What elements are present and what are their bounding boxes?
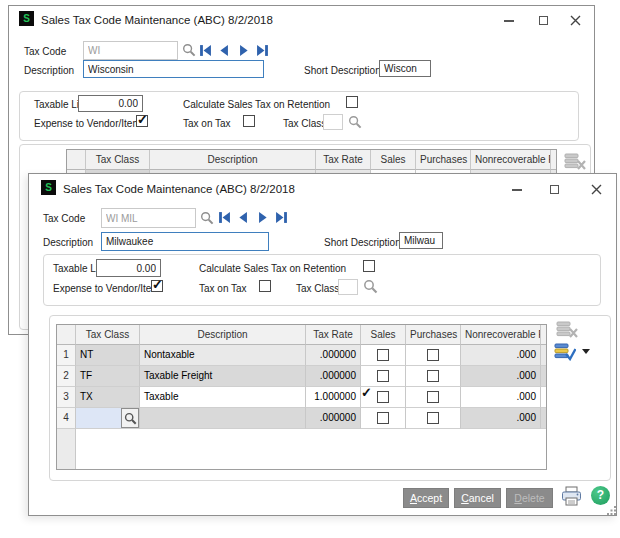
tax-class-lookup-button[interactable] [347, 114, 362, 129]
previous-record-button[interactable] [218, 44, 231, 57]
taxable-limit-input[interactable] [78, 95, 143, 112]
nonrecoverable-cell[interactable]: .000 [461, 366, 541, 387]
short-description-label: Short Description [324, 237, 401, 248]
header-tax-class: Tax Class [86, 150, 150, 170]
tax-class-lookup-button[interactable] [121, 408, 139, 428]
first-record-button[interactable] [218, 211, 231, 224]
header-description: Description [150, 150, 316, 170]
magnifier-icon [200, 211, 214, 225]
taxable-limit-input[interactable] [96, 259, 161, 277]
nonrecoverable-cell[interactable]: .000 [461, 408, 541, 429]
tax-on-tax-checkbox[interactable] [243, 115, 255, 127]
close-button[interactable] [565, 12, 585, 29]
last-record-button[interactable] [275, 211, 288, 224]
last-record-button[interactable] [256, 44, 269, 57]
header-tax-rate: Tax Rate [316, 150, 371, 170]
tax-class-input[interactable] [323, 114, 343, 130]
tax-on-tax-checkbox[interactable] [259, 280, 271, 292]
tax-code-input[interactable] [83, 41, 178, 60]
purchases-checkbox[interactable] [427, 349, 439, 361]
header-nonrecoverable-pct: Nonrecoverable Pct [471, 150, 551, 170]
next-record-button[interactable] [237, 44, 250, 57]
nonrecoverable-cell[interactable]: .000 [461, 345, 541, 366]
sales-checkbox[interactable] [377, 370, 389, 382]
tax-rate-cell[interactable]: .000000 [306, 345, 361, 366]
clear-grid-button[interactable] [556, 320, 578, 339]
quick-row-dropdown-arrow[interactable] [581, 347, 590, 355]
title-bar[interactable]: S Sales Tax Code Maintenance (ABC) 8/2/2… [9, 6, 594, 34]
description-label: Description [43, 237, 93, 248]
calculate-retention-label: Calculate Sales Tax on Retention [183, 99, 330, 110]
expense-to-vendor-checkbox[interactable] [136, 115, 148, 127]
quick-row-button[interactable] [554, 342, 576, 361]
resize-grip[interactable] [607, 502, 617, 520]
sales-checkbox[interactable] [377, 412, 389, 424]
minimize-button[interactable] [507, 181, 527, 198]
window-sales-tax-code-maintenance-wi-mil: S Sales Tax Code Maintenance (ABC) 8/2/2… [28, 173, 617, 516]
next-record-button[interactable] [256, 211, 269, 224]
header-sales: Sales [371, 150, 416, 170]
maximize-icon [550, 185, 559, 194]
short-description-label: Short Description [304, 65, 381, 76]
title-bar[interactable]: S Sales Tax Code Maintenance (ABC) 8/2/2… [29, 174, 616, 202]
minimize-button[interactable] [499, 12, 519, 29]
expense-to-vendor-checkbox[interactable] [151, 280, 163, 292]
tax-rate-cell[interactable]: .000000 [306, 366, 361, 387]
description-input[interactable] [83, 60, 264, 78]
magnifier-icon [348, 115, 362, 129]
calculate-retention-label: Calculate Sales Tax on Retention [199, 263, 346, 274]
calculate-retention-checkbox[interactable] [346, 96, 358, 108]
record-navigation [199, 44, 269, 57]
tax-code-lookup-button[interactable] [199, 210, 214, 225]
desktop: S Sales Tax Code Maintenance (ABC) 8/2/2… [0, 0, 620, 538]
sales-checkbox[interactable] [377, 349, 389, 361]
purchases-checkbox[interactable] [427, 391, 439, 403]
record-navigation [218, 211, 288, 224]
sales-cell [361, 345, 406, 366]
first-record-button[interactable] [199, 44, 212, 57]
print-button[interactable] [559, 485, 583, 509]
nonrecoverable-cell[interactable]: .000 [461, 387, 541, 408]
table-row: 3TXTaxable1.000000.000 [57, 387, 546, 408]
maximize-button[interactable] [544, 181, 564, 198]
header-purchases: Purchases [406, 325, 461, 345]
accept-button[interactable]: Accept [403, 488, 449, 508]
quick-row-icon [554, 343, 576, 361]
short-description-input[interactable] [379, 60, 431, 77]
maximize-button[interactable] [533, 12, 553, 29]
description-label: Description [24, 65, 74, 76]
previous-record-button[interactable] [237, 211, 250, 224]
tax-class-cell[interactable] [76, 408, 140, 429]
tax-class-cell[interactable]: TX [76, 387, 140, 408]
short-description-input[interactable] [399, 232, 443, 249]
calculate-retention-checkbox[interactable] [363, 260, 375, 272]
purchases-checkbox[interactable] [427, 412, 439, 424]
sales-cell [361, 366, 406, 387]
header-filler [541, 325, 547, 345]
filler-cell [541, 366, 547, 387]
tax-class-input[interactable] [338, 279, 358, 295]
window-title: Sales Tax Code Maintenance (ABC) 8/2/201… [63, 183, 295, 195]
printer-icon [560, 486, 583, 508]
table-row: 1NTNontaxable.000000.000 [57, 345, 546, 366]
header-tax-rate: Tax Rate [306, 325, 361, 345]
sage-logo-icon: S [41, 180, 56, 195]
tax-code-lookup-button[interactable] [181, 42, 196, 57]
delete-button[interactable]: Delete [506, 488, 553, 508]
close-icon [570, 15, 581, 26]
clear-grid-button[interactable] [564, 152, 586, 171]
tax-code-input[interactable] [101, 208, 196, 228]
tax-class-cell[interactable]: NT [76, 345, 140, 366]
tax-rate-cell[interactable]: .000000 [306, 408, 361, 429]
sales-checkbox[interactable] [377, 391, 389, 403]
tax-rate-cell[interactable]: 1.000000 [306, 387, 361, 408]
expense-to-vendor-label: Expense to Vendor/Item [34, 118, 141, 129]
tax-class-cell[interactable]: TF [76, 366, 140, 387]
close-button[interactable] [586, 181, 606, 198]
chevron-down-icon [582, 349, 590, 354]
purchases-checkbox[interactable] [427, 370, 439, 382]
description-input[interactable] [101, 232, 269, 251]
cancel-button[interactable]: Cancel [454, 488, 501, 508]
tax-class-lookup-button[interactable] [362, 278, 378, 294]
sales-cell [361, 408, 406, 429]
